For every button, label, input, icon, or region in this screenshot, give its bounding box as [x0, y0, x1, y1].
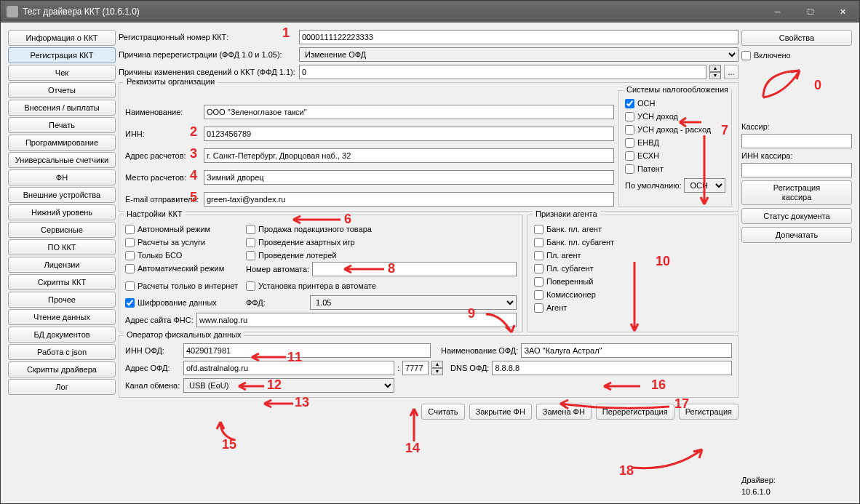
agent-bank-agent-checkbox[interactable]: [534, 225, 544, 234]
close-button[interactable]: ✕: [827, 1, 859, 23]
sidebar-item-other[interactable]: Прочее: [8, 292, 116, 308]
doc-status-button[interactable]: Статус документа: [741, 208, 852, 224]
change-reason-label: Причины изменения сведений о ККТ (ФФД 1.…: [119, 68, 296, 76]
agent-pay-agent-checkbox[interactable]: [534, 251, 544, 260]
agent-commissioner-checkbox[interactable]: [534, 290, 544, 300]
tax-usn-ie-label: УСН доход - расход: [637, 125, 711, 134]
cashier-input[interactable]: [741, 134, 852, 148]
sidebar-item-json[interactable]: Работа с json: [8, 344, 116, 360]
tax-eshn-label: ЕСХН: [637, 151, 659, 160]
tax-default-select[interactable]: ОСН: [684, 178, 725, 193]
kkt-excise-checkbox[interactable]: [246, 225, 255, 234]
org-email-input[interactable]: [204, 192, 614, 207]
right-panel: Свойства Включено 0 Кассир: ИНН кассира:…: [741, 30, 852, 496]
driver-label: Драйвер:: [741, 476, 852, 484]
tax-usn-income-expense-checkbox[interactable]: [625, 125, 634, 135]
sidebar-item-log[interactable]: Лог: [8, 379, 116, 395]
org-name-label: Наименование:: [125, 108, 201, 116]
sidebar-item-low-level[interactable]: Нижний уровень: [8, 204, 116, 220]
kkt-gambling-checkbox[interactable]: [246, 238, 255, 247]
agent-pay-subagent-checkbox[interactable]: [534, 264, 544, 273]
tax-eshn-checkbox[interactable]: [625, 151, 634, 161]
kkt-auto-mode-checkbox[interactable]: [125, 264, 135, 273]
org-name-input[interactable]: [204, 105, 614, 119]
reg-button[interactable]: Регистрация: [679, 404, 738, 420]
ofd-addr-label: Адрес ОФД:: [125, 364, 180, 372]
sidebar-item-counters[interactable]: Универсальные счетчики: [8, 152, 116, 168]
rereg-button[interactable]: Перерегистрация: [596, 404, 674, 420]
automat-label: Номер автомата:: [246, 265, 309, 273]
sidebar-item-driver-scripts[interactable]: Скрипты драйвера: [8, 361, 116, 377]
kkt-fieldset: Настройки ККТ Автономный режим Расчеты з…: [119, 215, 523, 332]
rereg-reason-select[interactable]: Изменение ОФД: [299, 47, 738, 62]
ofd-name-label: Наименование ОФД:: [441, 346, 518, 355]
rereg-reason-label: Причина перерегистрации (ФФД 1.0 и 1.05)…: [119, 50, 296, 59]
cashier-inn-input[interactable]: [741, 163, 852, 177]
org-addr-input[interactable]: [204, 148, 614, 163]
agent-bank-subagent-checkbox[interactable]: [534, 238, 544, 247]
kkt-encrypt-checkbox[interactable]: [125, 298, 135, 308]
ofd-inn-input[interactable]: [183, 343, 431, 358]
maximize-button[interactable]: ☐: [794, 1, 827, 23]
org-place-input[interactable]: [204, 170, 614, 185]
sidebar-item-registration[interactable]: Регистрация ККТ: [8, 47, 116, 63]
tax-envd-checkbox[interactable]: [625, 138, 634, 148]
ellipsis-button[interactable]: ...: [724, 65, 738, 79]
ofd-addr-input[interactable]: [183, 361, 394, 375]
sidebar-item-software[interactable]: ПО ККТ: [8, 239, 116, 255]
org-inn-input[interactable]: [204, 127, 614, 141]
sidebar-item-service[interactable]: Сервисные: [8, 222, 116, 238]
sidebar-item-licenses[interactable]: Лицензии: [8, 257, 116, 273]
agent-agent-checkbox[interactable]: [534, 303, 544, 313]
sidebar-item-fn[interactable]: ФН: [8, 169, 116, 185]
tax-legend: Системы налогообложения: [624, 85, 731, 94]
sidebar-item-devices[interactable]: Внешние устройства: [8, 187, 116, 203]
ofd-name-input[interactable]: [521, 343, 732, 358]
kkt-internet-checkbox[interactable]: [125, 281, 135, 291]
sidebar-item-read-data[interactable]: Чтение данных: [8, 309, 116, 325]
reg-cashier-button[interactable]: Регистрация кассира: [741, 180, 852, 205]
sidebar-item-db-docs[interactable]: БД документов: [8, 327, 116, 343]
tax-patent-checkbox[interactable]: [625, 164, 634, 174]
annotation-0: 0: [814, 78, 860, 93]
cashier-inn-label: ИНН кассира:: [741, 151, 852, 160]
tax-usn-income-label: УСН доход: [637, 112, 678, 121]
tax-osn-checkbox[interactable]: [625, 99, 634, 108]
fns-input[interactable]: [196, 313, 517, 327]
change-reason-input[interactable]: [299, 65, 706, 79]
automat-input[interactable]: [312, 262, 517, 276]
titlebar: Тест драйвера ККТ (10.6.1.0) ─ ☐ ✕: [1, 1, 859, 23]
enabled-checkbox[interactable]: [741, 51, 751, 60]
sidebar-item-reports[interactable]: Отчеты: [8, 82, 116, 98]
reg-num-input[interactable]: [299, 30, 738, 44]
close-fn-button[interactable]: Закрытие ФН: [469, 404, 532, 420]
sidebar-item-check[interactable]: Чек: [8, 65, 116, 81]
tax-usn-income-checkbox[interactable]: [625, 112, 634, 121]
kkt-lottery-checkbox[interactable]: [246, 251, 255, 260]
read-button[interactable]: Считать: [421, 404, 464, 420]
ofd-dns-label: DNS ОФД:: [450, 364, 489, 372]
kkt-printer-checkbox[interactable]: [246, 281, 255, 291]
kkt-bso-checkbox[interactable]: [125, 251, 135, 260]
kkt-autonomous-checkbox[interactable]: [125, 225, 135, 234]
ofd-channel-select[interactable]: USB (EoU): [183, 378, 394, 393]
properties-button[interactable]: Свойства: [741, 30, 852, 46]
replace-fn-button[interactable]: Замена ФН: [536, 404, 592, 420]
ofd-inn-label: ИНН ОФД:: [125, 346, 180, 355]
sidebar-item-kkt-scripts[interactable]: Скрипты ККТ: [8, 274, 116, 290]
sidebar-item-print[interactable]: Печать: [8, 117, 116, 133]
ofd-port-input[interactable]: [402, 361, 429, 375]
enabled-label: Включено: [754, 51, 791, 60]
kkt-services-checkbox[interactable]: [125, 238, 135, 247]
sidebar-item-info[interactable]: Информация о ККТ: [8, 30, 116, 46]
ofd-port-spinner[interactable]: ▲▼: [431, 361, 443, 375]
reg-num-label: Регистрационный номер ККТ:: [119, 33, 296, 41]
sidebar-item-programming[interactable]: Программирование: [8, 135, 116, 151]
agent-attorney-checkbox[interactable]: [534, 277, 544, 287]
ofd-dns-input[interactable]: [492, 361, 732, 375]
sidebar-item-deposits[interactable]: Внесения / выплаты: [8, 100, 116, 116]
print-extra-button[interactable]: Допечатать: [741, 227, 852, 243]
minimize-button[interactable]: ─: [761, 1, 794, 23]
ffd-select[interactable]: 1.05: [310, 295, 517, 310]
change-reason-spinner[interactable]: ▲▼: [709, 65, 721, 79]
